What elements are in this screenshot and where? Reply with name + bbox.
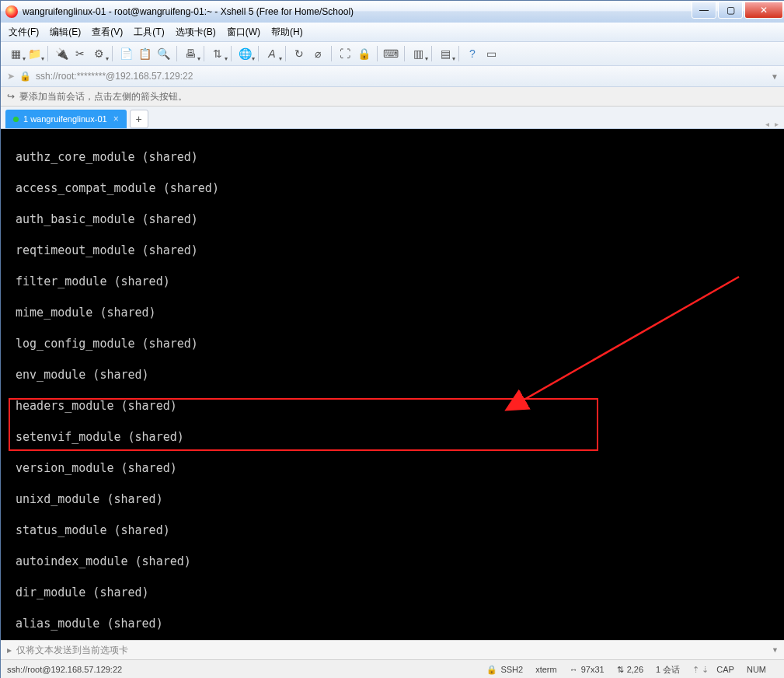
address-url[interactable]: ssh://root:********@192.168.57.129:22 [36, 71, 771, 82]
send-dropdown-icon[interactable]: ▼ [772, 646, 779, 654]
send-bar[interactable]: ▸ 仅将文本发送到当前选项卡 ▼ [1, 640, 784, 659]
ssh-icon: 🔒 [486, 665, 497, 675]
updown-icon: ⇡ ⇣ [692, 665, 709, 675]
hint-text: 要添加当前会话，点击左侧的箭头按钮。 [19, 90, 187, 103]
size-icon: ↔ [570, 665, 578, 674]
lock-icon[interactable]: 🔒 [355, 45, 372, 62]
separator [377, 46, 378, 61]
lock-icon: 🔒 [19, 71, 31, 82]
term-line: version_module (shared) [9, 460, 777, 476]
separator [204, 46, 204, 61]
separator [285, 46, 286, 61]
separator [112, 46, 113, 61]
close-button[interactable]: ✕ [744, 2, 783, 19]
term-line: access_compat_module (shared) [9, 180, 777, 196]
app-icon [5, 5, 18, 18]
menu-help[interactable]: 帮助(H) [271, 26, 303, 39]
tab-bar: 1 wangruifenglinux-01 × + ◂ ▸ [1, 107, 784, 129]
term-line: log_config_module (shared) [9, 336, 777, 351]
new-session-icon[interactable]: ▦ [7, 45, 24, 62]
pos-icon: ⇅ [617, 665, 624, 675]
menu-file[interactable]: 文件(F) [9, 26, 39, 39]
disconnect-icon[interactable]: ✂ [71, 45, 89, 62]
font-icon[interactable]: A [263, 45, 280, 62]
menu-bar: 文件(F) 编辑(E) 查看(V) 工具(T) 选项卡(B) 窗口(W) 帮助(… [1, 23, 784, 42]
term-line: status_module (shared) [9, 522, 777, 538]
send-text: 仅将文本发送到当前选项卡 [16, 644, 128, 657]
about-icon[interactable]: ▭ [483, 45, 500, 62]
refresh-icon[interactable]: ↻ [291, 45, 308, 62]
term-line: setenvif_module (shared) [9, 429, 777, 445]
print-icon[interactable]: 🖶 [182, 45, 199, 62]
term-line: reqtimeout_module (shared) [9, 243, 777, 258]
window-buttons: — ▢ ✕ [690, 2, 783, 17]
reconnect-icon[interactable]: 🔌 [53, 45, 70, 62]
tab-label: 1 wangruifenglinux-01 [23, 114, 107, 124]
hint-bar: ↪ 要添加当前会话，点击左侧的箭头按钮。 [1, 87, 784, 107]
separator [404, 46, 405, 61]
status-dot-icon [13, 117, 19, 122]
script-icon[interactable]: ⌀ [309, 45, 326, 62]
status-num: NUM [747, 665, 766, 674]
status-sessions: 1 会话 [656, 664, 680, 676]
separator [231, 46, 232, 61]
status-pos: 2,26 [627, 665, 643, 674]
term-line: auth_basic_module (shared) [9, 211, 777, 227]
term-line: env_module (shared) [9, 367, 777, 383]
toolbar: ▦ 📁 🔌 ✂ ⚙ 📄 📋 🔍 🖶 ⇅ 🌐 A ↻ ⌀ ⛶ 🔒 ⌨ ▥ ▤ ? … [1, 42, 784, 66]
term-line: alias_module (shared) [9, 616, 777, 631]
status-protocol: SSH2 [500, 665, 523, 674]
term-line: unixd_module (shared) [9, 491, 777, 507]
menu-tabs[interactable]: 选项卡(B) [176, 26, 216, 39]
menu-view[interactable]: 查看(V) [92, 26, 123, 39]
open-icon[interactable]: 📁 [26, 45, 43, 62]
layout-icon[interactable]: ▤ [437, 45, 454, 62]
transfer-icon[interactable]: ⇅ [209, 45, 226, 62]
terminal-pane[interactable]: authz_core_module (shared) access_compat… [1, 129, 784, 640]
separator [331, 46, 332, 61]
addtab-icon[interactable]: ▥ [409, 45, 427, 62]
separator [458, 46, 459, 61]
separator [431, 46, 432, 61]
addr-arrow-icon[interactable]: ➤ [7, 71, 15, 82]
separator [258, 46, 259, 61]
menu-window[interactable]: 窗口(W) [227, 26, 260, 39]
term-line: filter_module (shared) [9, 274, 777, 289]
minimize-button[interactable]: — [692, 2, 716, 19]
copy-icon[interactable]: 📄 [117, 45, 134, 62]
help-icon[interactable]: ? [464, 45, 481, 62]
new-tab-button[interactable]: + [130, 110, 148, 128]
term-line: headers_module (shared) [9, 398, 777, 414]
window-title: wangruifenglinux-01 - root@wangruifeng-0… [23, 6, 690, 17]
separator [47, 46, 48, 61]
status-connection: ssh://root@192.168.57.129:22 [7, 665, 122, 674]
properties-icon[interactable]: ⚙ [90, 45, 107, 62]
tab-nav-icon[interactable]: ◂ ▸ [765, 120, 780, 128]
term-line: autoindex_module (shared) [9, 554, 777, 569]
find-icon[interactable]: 🔍 [155, 45, 172, 62]
status-cap: CAP [716, 665, 734, 674]
separator [176, 46, 177, 61]
maximize-button[interactable]: ▢ [718, 2, 743, 19]
title-bar[interactable]: wangruifenglinux-01 - root@wangruifeng-0… [1, 1, 784, 23]
status-bar: ssh://root@192.168.57.129:22 🔒 SSH2 xter… [1, 659, 784, 678]
session-tab[interactable]: 1 wangruifenglinux-01 × [5, 110, 127, 128]
term-line: mime_module (shared) [9, 305, 777, 320]
address-bar[interactable]: ➤ 🔒 ssh://root:********@192.168.57.129:2… [1, 66, 784, 87]
web-icon[interactable]: 🌐 [236, 45, 253, 62]
status-size: 97x31 [581, 665, 605, 674]
menu-edit[interactable]: 编辑(E) [50, 26, 81, 39]
fullscreen-icon[interactable]: ⛶ [336, 45, 354, 62]
app-window: wangruifenglinux-01 - root@wangruifeng-0… [0, 0, 784, 678]
term-line: authz_core_module (shared) [9, 149, 777, 165]
status-term: xterm [535, 665, 557, 674]
send-icon: ▸ [7, 645, 12, 655]
hint-arrow-icon[interactable]: ↪ [7, 91, 15, 102]
keyboard-icon[interactable]: ⌨ [382, 45, 399, 62]
tab-close-icon[interactable]: × [113, 114, 119, 124]
menu-tools[interactable]: 工具(T) [134, 26, 164, 39]
term-line: dir_module (shared) [9, 585, 777, 600]
paste-icon[interactable]: 📋 [136, 45, 153, 62]
dropdown-icon[interactable]: ▼ [771, 72, 779, 81]
